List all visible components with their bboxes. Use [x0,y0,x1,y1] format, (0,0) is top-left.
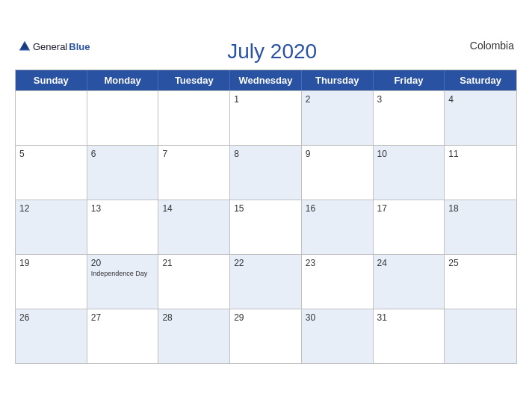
day-cell-empty [445,309,516,363]
day-number: 9 [306,149,369,159]
day-cell-8: 8 [230,146,302,200]
country-label: Colombia [454,40,514,52]
day-cell-23: 23 [302,255,374,309]
day-cell-24: 24 [374,255,445,309]
calendar-title: July 2020 [227,40,317,63]
logo-area: General Blue [18,40,90,53]
day-number: 12 [19,203,83,214]
day-cell-22: 22 [230,255,302,309]
day-cell-29: 29 [230,309,302,363]
day-number: 28 [162,312,226,323]
day-number: 27 [91,312,155,323]
day-cell-11: 11 [445,146,516,200]
day-cell-25: 25 [445,255,516,309]
day-cell-28: 28 [158,309,230,363]
day-cell-7: 7 [158,146,230,200]
day-number: 17 [377,203,441,214]
day-cell-16: 16 [302,200,374,254]
day-number: 31 [377,312,441,323]
day-number: 21 [162,258,226,268]
day-number: 22 [234,258,297,268]
day-number: 15 [234,203,297,214]
logo-text: General Blue [18,40,90,53]
day-number: 8 [234,149,297,159]
day-cell-31: 31 [374,309,445,363]
day-cell-5: 5 [16,146,87,200]
day-number: 13 [91,203,155,214]
day-cell-2: 2 [302,91,374,145]
logo-blue-text: Blue [69,41,90,52]
calendar-header: General Blue July 2020 Colombia [15,40,517,64]
day-cell-15: 15 [230,200,302,254]
day-cell-6: 6 [87,146,159,200]
day-cell-10: 10 [374,146,445,200]
event-independence-day: Independence Day [91,270,155,279]
week-row-5: 26 27 28 29 30 31 [16,309,516,363]
day-number: 19 [19,258,83,268]
day-cell-20: 20 Independence Day [87,255,159,309]
day-number: 29 [234,312,297,323]
day-number: 3 [377,94,441,105]
day-cell-empty [158,91,230,145]
calendar-grid: Sunday Monday Tuesday Wednesday Thursday… [15,69,517,364]
day-cell-27: 27 [87,309,159,363]
day-cell-17: 17 [374,200,445,254]
day-number: 4 [448,94,513,105]
day-cell-empty [16,91,87,145]
day-number: 14 [162,203,226,214]
title-area: July 2020 [90,40,454,64]
day-number: 16 [306,203,369,214]
day-cell-1: 1 [230,91,302,145]
header-sunday: Sunday [16,70,87,90]
calendar-wrapper: General Blue July 2020 Colombia Sunday M… [0,32,532,379]
day-number: 18 [448,203,513,214]
logo-general-text: General [33,41,67,52]
week-row-3: 12 13 14 15 16 17 18 [16,200,516,254]
day-cell-21: 21 [158,255,230,309]
generalblue-icon [18,40,31,53]
day-cell-18: 18 [445,200,516,254]
day-number: 5 [19,149,83,159]
day-cell-13: 13 [87,200,159,254]
day-number: 6 [91,149,155,159]
day-number: 25 [448,258,513,268]
day-cell-26: 26 [16,309,87,363]
day-cell-30: 30 [302,309,374,363]
header-tuesday: Tuesday [158,70,230,90]
day-number: 10 [377,149,441,159]
day-number: 23 [306,258,369,268]
calendar-weeks: 1 2 3 4 5 6 7 8 9 10 11 12 13 14 15 16 [16,90,516,363]
day-number: 30 [306,312,369,323]
day-cell-9: 9 [302,146,374,200]
header-friday: Friday [374,70,445,90]
day-headers-row: Sunday Monday Tuesday Wednesday Thursday… [16,70,516,90]
day-number: 20 [91,258,155,268]
day-number: 26 [19,312,83,323]
header-wednesday: Wednesday [230,70,302,90]
day-number: 2 [306,94,369,105]
day-number: 7 [162,149,226,159]
day-cell-19: 19 [16,255,87,309]
day-number: 1 [234,94,297,105]
header-saturday: Saturday [445,70,516,90]
day-cell-3: 3 [374,91,445,145]
day-number: 11 [448,149,513,159]
day-cell-empty [87,91,159,145]
week-row-4: 19 20 Independence Day 21 22 23 24 25 [16,254,516,309]
day-cell-12: 12 [16,200,87,254]
header-monday: Monday [87,70,159,90]
week-row-2: 5 6 7 8 9 10 11 [16,145,516,200]
week-row-1: 1 2 3 4 [16,90,516,145]
day-number: 24 [377,258,441,268]
day-cell-4: 4 [445,91,516,145]
day-cell-14: 14 [158,200,230,254]
header-thursday: Thursday [302,70,374,90]
